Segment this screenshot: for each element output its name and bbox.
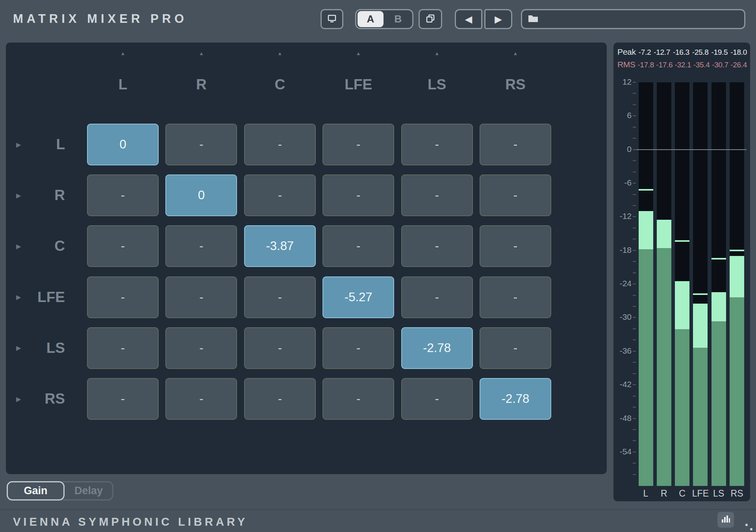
scale-tick bbox=[633, 452, 636, 452]
tab-gain[interactable]: Gain bbox=[7, 481, 65, 500]
column-sort-arrow-icon[interactable]: ▲ bbox=[165, 50, 237, 57]
matrix-cell-C-R[interactable]: - bbox=[165, 225, 237, 267]
meter-toggle-button[interactable] bbox=[717, 512, 734, 528]
matrix-cell-R-R[interactable]: 0 bbox=[165, 174, 237, 216]
column-sort-arrow-icon[interactable]: ▲ bbox=[401, 50, 473, 57]
matrix-cell-L-R[interactable]: - bbox=[165, 124, 237, 165]
matrix-cell-LS-R[interactable]: - bbox=[165, 327, 237, 369]
matrix-cell-RS-C[interactable]: - bbox=[244, 378, 316, 420]
scale-tick bbox=[633, 183, 636, 184]
matrix-cell-L-LFE[interactable]: - bbox=[322, 124, 394, 165]
scale-label: 6 bbox=[613, 111, 632, 120]
copy-icon bbox=[425, 13, 435, 25]
column-label-RS: RS bbox=[480, 76, 551, 93]
peak-hold-line-RS bbox=[730, 250, 744, 251]
matrix-cell-LS-LS[interactable]: -2.78 bbox=[401, 327, 473, 369]
matrix-cell-L-C[interactable]: - bbox=[244, 124, 316, 165]
scale-tick bbox=[633, 93, 636, 94]
scale-tick bbox=[633, 127, 636, 128]
row-label-L: L bbox=[19, 124, 65, 165]
column-label-L: L bbox=[87, 76, 159, 93]
column-sort-arrow-icon[interactable]: ▲ bbox=[322, 50, 394, 57]
scale-label: -54 bbox=[613, 447, 632, 456]
zero-db-line bbox=[636, 149, 747, 150]
next-preset-button[interactable]: ▶ bbox=[484, 9, 512, 29]
ab-button-b[interactable]: B bbox=[385, 11, 411, 27]
matrix-cell-C-LS[interactable]: - bbox=[401, 225, 473, 267]
scale-label: -30 bbox=[613, 312, 632, 322]
previous-preset-button[interactable]: ◀ bbox=[455, 9, 482, 29]
matrix-cell-RS-L[interactable]: - bbox=[87, 378, 159, 420]
preset-selector[interactable] bbox=[521, 9, 745, 29]
scale-tick bbox=[633, 384, 636, 385]
scale-tick bbox=[633, 115, 636, 116]
column-sort-arrow-icon[interactable]: ▲ bbox=[244, 50, 316, 57]
scale-tick bbox=[633, 239, 636, 239]
window-mode-button[interactable] bbox=[321, 9, 343, 29]
scale-tick bbox=[633, 463, 636, 463]
matrix-cell-LFE-R[interactable]: - bbox=[165, 276, 237, 318]
matrix-cell-LFE-LS[interactable]: - bbox=[401, 276, 473, 318]
matrix-cell-C-LFE[interactable]: - bbox=[322, 225, 394, 267]
matrix-cell-RS-RS[interactable]: -2.78 bbox=[480, 378, 551, 420]
matrix-cell-LS-C[interactable]: - bbox=[244, 327, 316, 369]
copy-button[interactable] bbox=[419, 9, 442, 29]
footer-bar: VIENNA SYMPHONIC LIBRARY bbox=[0, 509, 756, 532]
matrix-cell-RS-LFE[interactable]: - bbox=[322, 378, 394, 420]
matrix-cell-LFE-L[interactable]: - bbox=[87, 276, 159, 318]
matrix-cell-R-C[interactable]: - bbox=[244, 174, 316, 216]
resize-grip-dot[interactable] bbox=[750, 528, 752, 530]
peak-hold-line-LFE bbox=[693, 293, 708, 295]
matrix-cell-L-LS[interactable]: - bbox=[401, 124, 473, 165]
scale-label: -18 bbox=[613, 245, 632, 255]
scale-tick bbox=[633, 474, 636, 475]
matrix-cell-R-RS[interactable]: - bbox=[480, 174, 551, 216]
matrix-cell-RS-LS[interactable]: - bbox=[401, 378, 473, 420]
column-sort-arrow-icon[interactable]: ▲ bbox=[480, 50, 551, 57]
scale-label: -24 bbox=[613, 279, 632, 288]
matrix-cell-LS-LFE[interactable]: - bbox=[322, 327, 394, 369]
row-label-R: R bbox=[19, 174, 65, 216]
matrix-cell-RS-R[interactable]: - bbox=[165, 378, 237, 420]
meter-peak-fill-LFE bbox=[693, 304, 708, 348]
meter-peak-fill-LS bbox=[712, 292, 726, 321]
matrix-cell-L-RS[interactable]: - bbox=[480, 124, 551, 165]
peak-hold-line-R bbox=[657, 220, 671, 221]
scale-tick bbox=[633, 205, 636, 206]
scale-tick bbox=[633, 160, 636, 161]
meter-panel: Peak -7.2-12.7-16.3-25.8-19.5-18.0 RMS -… bbox=[613, 43, 750, 501]
scale-tick bbox=[633, 104, 636, 105]
column-label-LS: LS bbox=[401, 76, 473, 93]
matrix-cell-R-LS[interactable]: - bbox=[401, 174, 473, 216]
brand-text: VIENNA SYMPHONIC LIBRARY bbox=[13, 515, 248, 528]
tab-delay[interactable]: Delay bbox=[58, 481, 113, 500]
peak-hold-line-L bbox=[639, 189, 653, 191]
scale-tick bbox=[633, 228, 636, 228]
scale-label: -12 bbox=[613, 211, 632, 221]
matrix-cell-LS-RS[interactable]: - bbox=[480, 327, 551, 369]
scale-tick bbox=[633, 317, 636, 318]
matrix-cell-R-LFE[interactable]: - bbox=[322, 174, 394, 216]
row-label-C: C bbox=[19, 225, 65, 267]
matrix-cell-LFE-LFE[interactable]: -5.27 bbox=[322, 276, 394, 318]
scale-tick bbox=[633, 172, 636, 172]
scale-tick bbox=[633, 216, 636, 217]
column-label-C: C bbox=[244, 76, 316, 93]
matrix-cell-C-L[interactable]: - bbox=[87, 225, 159, 267]
scale-tick bbox=[633, 261, 636, 262]
scale-label: -42 bbox=[613, 380, 632, 389]
ab-button-a[interactable]: A bbox=[358, 11, 384, 27]
matrix-cell-LFE-RS[interactable]: - bbox=[480, 276, 551, 318]
resize-grip-dot[interactable] bbox=[745, 524, 748, 526]
scale-tick bbox=[633, 362, 636, 363]
matrix-cell-L-L[interactable]: 0 bbox=[87, 124, 159, 165]
matrix-cell-LFE-C[interactable]: - bbox=[244, 276, 316, 318]
matrix-cell-C-RS[interactable]: - bbox=[480, 225, 551, 267]
scale-tick bbox=[633, 295, 636, 296]
column-sort-arrow-icon[interactable]: ▲ bbox=[87, 50, 159, 57]
matrix-cell-LS-L[interactable]: - bbox=[87, 327, 159, 369]
meter-rms-fill-L bbox=[639, 249, 653, 486]
matrix-cell-C-C[interactable]: -3.87 bbox=[244, 225, 316, 267]
meter-rms-fill-RS bbox=[730, 297, 744, 486]
matrix-cell-R-L[interactable]: - bbox=[87, 174, 159, 216]
